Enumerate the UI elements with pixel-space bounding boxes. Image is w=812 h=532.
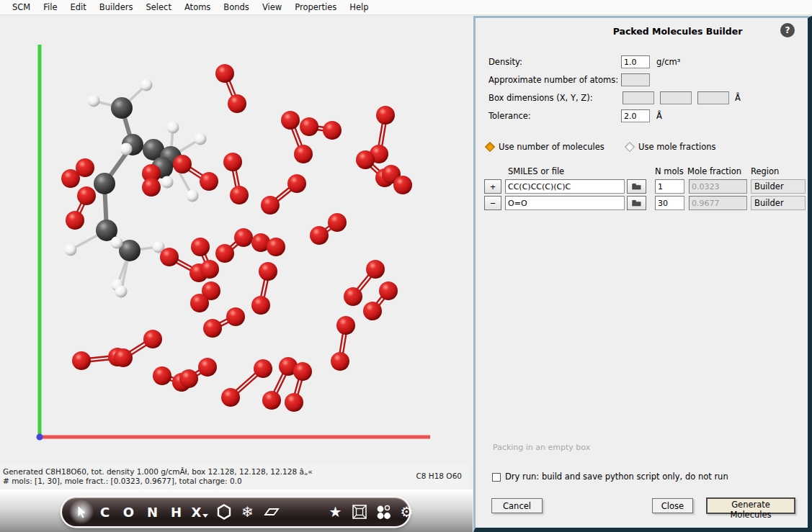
menu-item-file[interactable]: File (37, 0, 63, 14)
close-button[interactable]: Close (652, 498, 693, 513)
hydrogen-atom (115, 286, 128, 298)
gear-icon: ⚙ (401, 503, 414, 520)
molecules-tool-button[interactable] (371, 497, 395, 526)
oxygen-atom (254, 359, 272, 378)
smiles-input[interactable] (505, 196, 625, 210)
oxygen-atom (66, 211, 84, 230)
radio-use-number-of-molecules[interactable] (485, 142, 495, 152)
menu-item-properties[interactable]: Properties (288, 0, 343, 14)
o2-molecule (114, 330, 162, 367)
oxygen-atom (251, 296, 270, 315)
crystal-tool-button[interactable]: ❄ (236, 497, 259, 526)
o2-molecule (261, 174, 306, 215)
oxygen-atom (267, 238, 285, 256)
oxygen-atom (153, 366, 171, 385)
active-tool-glow (69, 500, 94, 524)
oxygen-atom (114, 348, 133, 367)
o2-molecule (382, 165, 412, 194)
n-mols-input[interactable] (655, 196, 684, 210)
generate-molecules-button[interactable]: Generate Molecules (706, 497, 795, 514)
packing-note: Packing in an empty box (493, 443, 590, 452)
select-cursor-button[interactable] (69, 497, 93, 526)
o2-molecule (223, 153, 249, 204)
n-mols-input[interactable] (655, 179, 684, 194)
mole-fraction-field (689, 196, 747, 210)
element-oxygen-button[interactable]: O (117, 497, 140, 526)
element-picker-button[interactable]: X (188, 497, 212, 526)
header-mole-fraction: Mole fraction (687, 166, 741, 176)
oxygen-atom (179, 369, 198, 388)
help-button[interactable]: ? (780, 23, 795, 37)
browse-file-button[interactable] (627, 196, 646, 210)
density-label: Density: (488, 55, 522, 68)
hydrogen-atom (88, 95, 100, 107)
box-z-input[interactable] (697, 91, 729, 104)
header-region: Region (751, 166, 779, 176)
oxygen-atom (72, 351, 91, 370)
o2-molecule (215, 228, 253, 263)
element-label: N (147, 505, 158, 520)
oxygen-atom (230, 186, 249, 204)
box-x-input[interactable] (623, 91, 654, 104)
oxygen-atom (203, 319, 222, 338)
atoms-input[interactable] (621, 73, 650, 86)
menu-item-atoms[interactable]: Atoms (178, 0, 217, 14)
dry-run-checkbox[interactable] (492, 473, 501, 482)
menu-item-builders[interactable]: Builders (93, 0, 140, 14)
smiles-input[interactable] (505, 179, 625, 194)
panel-title: Packed Molecules Builder (548, 26, 808, 37)
o2-molecule (173, 155, 218, 191)
box-tool-button[interactable] (347, 497, 371, 526)
oxygen-atom (142, 178, 161, 197)
add-row-button[interactable]: + (484, 179, 501, 194)
element-hydrogen-button[interactable]: H (164, 497, 188, 526)
element-nitrogen-button[interactable]: N (140, 497, 164, 526)
remove-row-button[interactable]: − (484, 196, 501, 210)
dry-run-label: Dry run: build and save python script on… (505, 472, 728, 482)
box-unit: Å (735, 91, 741, 104)
density-input[interactable] (621, 55, 650, 68)
oxygen-atom (310, 226, 329, 245)
oxygen-atom (300, 117, 318, 136)
menu-item-select[interactable]: Select (139, 0, 177, 14)
menu-item-bonds[interactable]: Bonds (217, 0, 256, 14)
o2-molecule (300, 117, 342, 140)
density-unit: g/cm³ (656, 55, 680, 68)
oxygen-atom (198, 358, 217, 377)
box-dimensions-label: Box dimensions (X, Y, Z): (488, 91, 593, 104)
o2-molecule (203, 307, 245, 338)
question-icon: ? (785, 25, 790, 35)
region-select[interactable]: Builder (751, 196, 806, 210)
menu-item-view[interactable]: View (256, 0, 288, 14)
hydrogen-atom (65, 244, 77, 256)
settings-button[interactable]: ⚙ (395, 497, 419, 526)
oxygen-atom (215, 244, 234, 263)
snowflake-icon: ❄ (241, 503, 254, 520)
o2-molecule (179, 358, 217, 388)
favorites-button[interactable]: ★ (324, 497, 347, 526)
oxygen-atom (226, 307, 245, 326)
status-line-1: Generated C8H18O60, tot. density 1.000 g… (3, 467, 313, 476)
oxygen-atom (331, 352, 349, 371)
status-line-2: # mols: [1, 30], mole fract.: [0.0323, 0… (3, 477, 242, 485)
cancel-button[interactable]: Cancel (491, 498, 543, 513)
radio-use-mole-fractions[interactable] (625, 142, 635, 152)
box-y-input[interactable] (660, 91, 692, 104)
dots-icon (375, 504, 391, 520)
ring-tool-button[interactable] (212, 497, 236, 526)
browse-file-button[interactable] (627, 179, 646, 194)
region-select[interactable]: Builder (751, 179, 806, 194)
oxygen-atom (200, 260, 219, 279)
molecule-scene (0, 15, 473, 464)
tolerance-input[interactable] (621, 109, 650, 122)
hydrogen-atom (120, 143, 133, 155)
plane-tool-button[interactable] (259, 497, 283, 526)
menu-item-edit[interactable]: Edit (64, 0, 93, 14)
element-carbon-button[interactable]: C (93, 497, 117, 526)
menu-item-help[interactable]: Help (343, 0, 375, 14)
menu-item-scm[interactable]: SCM (6, 0, 37, 14)
viewer-3d[interactable] (0, 15, 473, 464)
oxygen-atom (191, 238, 210, 256)
mole-fraction-field (689, 179, 747, 194)
o2-molecule (251, 233, 285, 256)
